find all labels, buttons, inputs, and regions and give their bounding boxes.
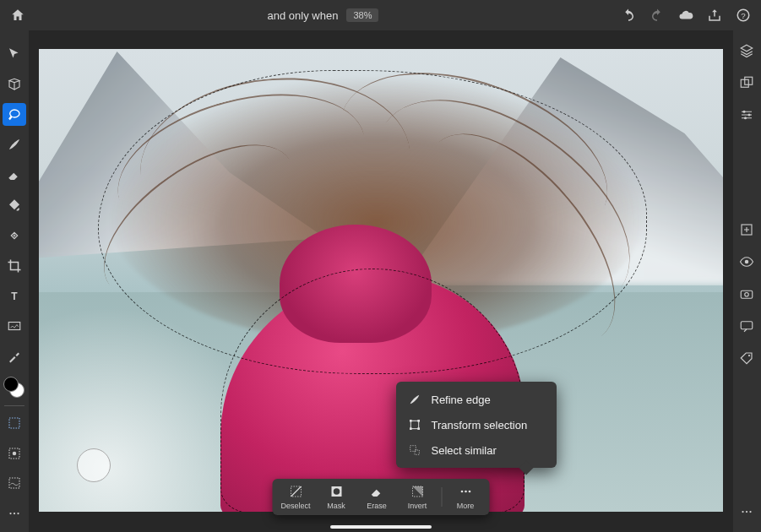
action-label: Invert <box>408 502 427 510</box>
refine-edge-menu-item[interactable]: Refine edge <box>396 387 557 412</box>
svg-rect-3 <box>8 323 20 330</box>
erase-button[interactable]: Erase <box>356 484 397 510</box>
add-icon[interactable] <box>738 221 755 238</box>
home-indicator <box>330 525 432 529</box>
svg-rect-11 <box>410 421 418 428</box>
svg-point-34 <box>745 293 749 297</box>
more-icon <box>458 484 473 499</box>
svg-rect-14 <box>410 427 412 430</box>
svg-point-9 <box>14 513 15 514</box>
place-image-tool-icon[interactable] <box>3 314 26 338</box>
select-similar-menu-item[interactable]: Select similar <box>396 437 557 463</box>
foreground-color-swatch[interactable] <box>3 377 19 392</box>
invert-icon <box>410 484 425 499</box>
svg-point-6 <box>13 451 17 455</box>
menu-item-label: Select similar <box>432 444 497 457</box>
svg-point-36 <box>748 355 750 356</box>
fill-tool-icon[interactable] <box>3 193 26 217</box>
transform-selection-menu-item[interactable]: Transform selection <box>396 412 557 437</box>
brush-size-indicator <box>77 448 111 482</box>
action-separator <box>441 487 442 507</box>
svg-point-32 <box>745 260 749 264</box>
adjustments-icon[interactable] <box>738 106 755 123</box>
eraser-tool-icon[interactable] <box>3 163 26 187</box>
comments-icon[interactable] <box>738 318 755 334</box>
more-button[interactable]: More <box>445 484 486 510</box>
zoom-level-badge[interactable]: 38% <box>346 8 378 22</box>
type-tool-icon[interactable]: T <box>3 285 26 308</box>
snapshot-icon[interactable] <box>738 285 755 302</box>
document-title: and only when <box>268 9 339 22</box>
brush-tool-icon[interactable] <box>3 133 26 156</box>
layer-properties-icon[interactable] <box>738 74 755 91</box>
menu-item-label: Refine edge <box>432 394 491 406</box>
visibility-icon[interactable] <box>738 253 755 270</box>
svg-line-19 <box>291 486 301 497</box>
select-sky-subtool-icon[interactable] <box>3 471 26 495</box>
svg-point-8 <box>9 513 11 514</box>
canvas[interactable] <box>39 49 723 512</box>
brush-icon <box>408 393 421 406</box>
svg-rect-12 <box>410 420 412 422</box>
crop-tool-icon[interactable] <box>3 254 26 278</box>
transform-icon <box>408 418 421 432</box>
select-similar-icon <box>408 443 421 457</box>
svg-rect-17 <box>415 450 419 454</box>
svg-point-38 <box>746 511 747 513</box>
svg-rect-15 <box>417 427 420 430</box>
selection-action-bar: Deselect Mask Erase Invert More <box>272 479 489 515</box>
layers-panel-icon[interactable] <box>738 42 755 59</box>
move-tool-icon[interactable] <box>3 42 26 66</box>
toolbar-divider <box>4 405 24 406</box>
cloud-icon[interactable] <box>678 8 693 23</box>
svg-rect-7 <box>9 478 19 488</box>
lasso-tool-icon[interactable] <box>3 103 26 127</box>
svg-point-21 <box>333 488 340 495</box>
action-label: Deselect <box>280 502 310 510</box>
share-icon[interactable] <box>707 8 722 23</box>
svg-point-39 <box>750 511 752 513</box>
menu-item-label: Transform selection <box>432 419 528 432</box>
more-tools-icon[interactable] <box>3 502 26 525</box>
tag-icon[interactable] <box>738 350 755 366</box>
svg-text:?: ? <box>741 11 746 20</box>
svg-rect-13 <box>417 420 420 422</box>
svg-text:T: T <box>11 290 18 302</box>
undo-icon[interactable] <box>621 8 636 23</box>
quick-select-subtool-icon[interactable] <box>3 411 26 435</box>
deselect-icon <box>288 484 303 499</box>
svg-rect-33 <box>742 290 753 298</box>
color-swatches[interactable] <box>5 378 24 397</box>
svg-point-30 <box>744 117 747 119</box>
action-label: Erase <box>367 502 387 510</box>
svg-point-28 <box>743 111 746 113</box>
transform-tool-icon[interactable] <box>3 73 26 96</box>
invert-button[interactable]: Invert <box>397 484 438 510</box>
svg-point-23 <box>460 491 463 493</box>
eyedropper-tool-icon[interactable] <box>3 345 26 368</box>
svg-rect-35 <box>742 322 753 329</box>
svg-point-37 <box>742 511 744 513</box>
more-context-menu: Refine edge Transform selection Select s… <box>396 382 557 468</box>
svg-point-10 <box>17 513 19 514</box>
more-panels-icon[interactable] <box>738 503 755 520</box>
deselect-button[interactable]: Deselect <box>275 484 316 510</box>
mask-button[interactable]: Mask <box>316 484 356 510</box>
redo-icon[interactable] <box>650 8 665 23</box>
action-label: Mask <box>327 502 345 510</box>
svg-rect-4 <box>9 418 19 428</box>
healing-tool-icon[interactable] <box>3 224 26 247</box>
svg-point-24 <box>465 491 467 493</box>
home-icon[interactable] <box>10 8 25 23</box>
svg-point-25 <box>468 491 470 493</box>
help-icon[interactable]: ? <box>736 8 751 23</box>
action-label: More <box>457 502 475 510</box>
select-subject-subtool-icon[interactable] <box>3 442 26 465</box>
mask-icon <box>329 484 344 499</box>
erase-icon <box>369 484 384 499</box>
svg-point-29 <box>748 114 751 117</box>
